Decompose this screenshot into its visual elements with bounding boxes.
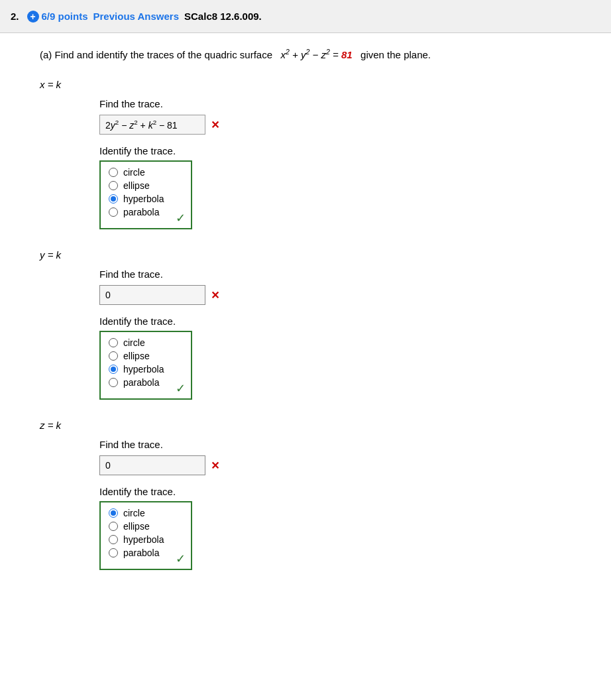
radio-label-hyperbola-z: hyperbola	[123, 534, 164, 545]
radio-label-parabola-y: parabola	[123, 377, 160, 388]
points-text: 6/9 points	[42, 11, 88, 22]
identify-label-z: Identify the trace.	[99, 486, 595, 497]
section-y: y = k Find the trace. 0 ✕ Identify the t…	[40, 249, 595, 400]
radio-option-hyperbola-z[interactable]: hyperbola	[109, 534, 183, 545]
radio-hyperbola-z[interactable]	[109, 535, 118, 544]
radio-option-circle-y[interactable]: circle	[109, 337, 183, 348]
radio-label-hyperbola-x: hyperbola	[123, 194, 164, 204]
radio-option-hyperbola-x[interactable]: hyperbola	[109, 194, 183, 204]
radio-option-parabola-y[interactable]: parabola	[109, 377, 183, 388]
radio-circle-x[interactable]	[109, 168, 118, 177]
radio-option-parabola-z[interactable]: parabola	[109, 548, 183, 558]
radio-label-ellipse-z: ellipse	[123, 521, 150, 532]
variable-label-y: y = k	[40, 249, 595, 261]
radio-parabola-y[interactable]	[109, 378, 118, 387]
trace-input-z[interactable]: 0	[99, 455, 205, 475]
checkmark-y: ✓	[176, 381, 186, 396]
checkmark-x: ✓	[176, 211, 186, 225]
find-trace-label-x: Find the trace.	[99, 98, 595, 109]
z-section-content: Find the trace. 0 ✕ Identify the trace. …	[99, 439, 595, 570]
equation-value: 81	[341, 49, 353, 60]
radio-option-ellipse-x[interactable]: ellipse	[109, 180, 183, 191]
main-content: (a) Find and identify the traces of the …	[0, 33, 611, 603]
variable-label-x: x = k	[40, 79, 595, 90]
radio-option-hyperbola-y[interactable]: hyperbola	[109, 364, 183, 375]
part-a-text: (a) Find and identify the traces of the …	[40, 49, 278, 60]
radio-option-circle-x[interactable]: circle	[109, 167, 183, 178]
trace-input-row-z: 0 ✕	[99, 455, 595, 475]
variable-label-z: z = k	[40, 420, 595, 431]
radio-label-circle-z: circle	[123, 508, 145, 518]
identify-label-x: Identify the trace.	[99, 145, 595, 156]
x-section-content: Find the trace. 2y2 − z2 + k2 − 81 ✕ Ide…	[99, 98, 595, 229]
radio-label-parabola-z: parabola	[123, 548, 160, 558]
section-z: z = k Find the trace. 0 ✕ Identify the t…	[40, 420, 595, 570]
radio-label-circle-y: circle	[123, 337, 145, 348]
problem-statement: (a) Find and identify the traces of the …	[40, 46, 595, 63]
find-trace-label-z: Find the trace.	[99, 439, 595, 450]
identify-label-y: Identify the trace.	[99, 316, 595, 327]
trace-input-y[interactable]: 0	[99, 285, 205, 305]
radio-group-z: circle ellipse hyperbola parabola ✓	[99, 501, 192, 570]
x-mark-trace-x: ✕	[211, 119, 219, 131]
radio-option-ellipse-z[interactable]: ellipse	[109, 521, 183, 532]
radio-parabola-x[interactable]	[109, 207, 118, 217]
checkmark-z: ✓	[176, 552, 186, 566]
radio-parabola-z[interactable]	[109, 548, 118, 557]
find-trace-label-y: Find the trace.	[99, 268, 595, 280]
radio-option-circle-z[interactable]: circle	[109, 508, 183, 518]
radio-circle-z[interactable]	[109, 508, 118, 518]
radio-label-ellipse-x: ellipse	[123, 180, 150, 191]
y-section-content: Find the trace. 0 ✕ Identify the trace. …	[99, 268, 595, 400]
radio-group-y: circle ellipse hyperbola parabola ✓	[99, 331, 192, 400]
plus-circle-icon: +	[27, 11, 39, 23]
radio-circle-y[interactable]	[109, 338, 118, 347]
radio-option-parabola-x[interactable]: parabola	[109, 207, 183, 217]
trace-input-row-x: 2y2 − z2 + k2 − 81 ✕	[99, 115, 595, 135]
radio-label-ellipse-y: ellipse	[123, 351, 150, 361]
radio-label-hyperbola-y: hyperbola	[123, 364, 164, 375]
points-badge: + 6/9 points	[27, 11, 88, 23]
trace-value-y: 0	[105, 290, 111, 300]
radio-hyperbola-x[interactable]	[109, 194, 118, 204]
radio-ellipse-z[interactable]	[109, 522, 118, 531]
equation-display: x2 + y2 − z2 = 81	[281, 49, 355, 60]
x-mark-trace-y: ✕	[211, 289, 219, 302]
previous-answers-link[interactable]: Previous Answers	[93, 11, 180, 22]
radio-label-circle-x: circle	[123, 167, 145, 178]
question-number: 2.	[11, 11, 19, 22]
header-bar: 2. + 6/9 points Previous Answers SCalc8 …	[0, 0, 611, 33]
section-x: x = k Find the trace. 2y2 − z2 + k2 − 81…	[40, 79, 595, 229]
radio-group-x: circle ellipse hyperbola parabola ✓	[99, 160, 192, 229]
trace-value-z: 0	[105, 460, 111, 471]
trace-input-x[interactable]: 2y2 − z2 + k2 − 81	[99, 115, 205, 135]
radio-ellipse-x[interactable]	[109, 181, 118, 190]
radio-ellipse-y[interactable]	[109, 351, 118, 361]
radio-hyperbola-y[interactable]	[109, 365, 118, 374]
problem-id: SCalc8 12.6.009.	[184, 11, 262, 22]
trace-input-row-y: 0 ✕	[99, 285, 595, 305]
x-mark-trace-z: ✕	[211, 459, 219, 472]
trace-value-x: 2y2 − z2 + k2 − 81	[105, 119, 178, 131]
radio-option-ellipse-y[interactable]: ellipse	[109, 351, 183, 361]
suffix-text: given the plane.	[355, 49, 431, 60]
radio-label-parabola-x: parabola	[123, 207, 160, 217]
